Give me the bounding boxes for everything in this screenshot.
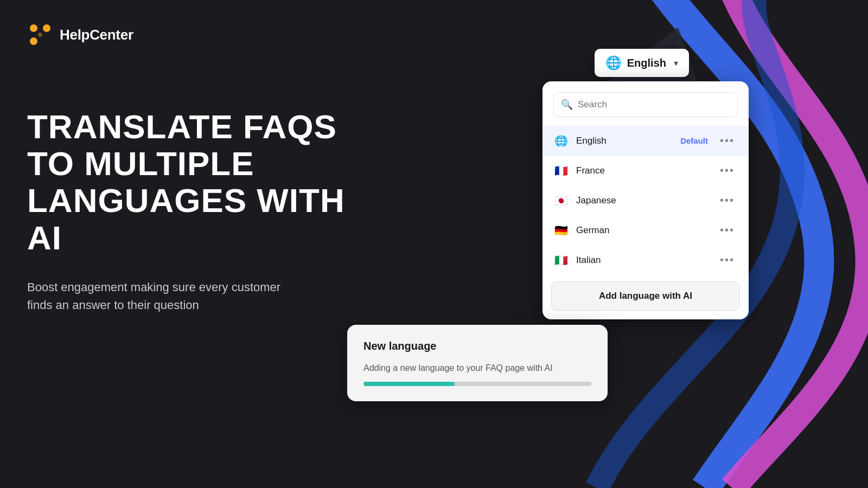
list-item[interactable]: 🇩🇪 German •••	[542, 215, 749, 245]
more-options-button[interactable]: •••	[717, 133, 738, 148]
more-options-button[interactable]: •••	[717, 163, 738, 178]
hero-content: Translate FAQs to multiple languages wit…	[27, 108, 363, 314]
flag-icon: 🇮🇹	[553, 255, 569, 266]
more-options-button[interactable]: •••	[717, 193, 738, 208]
hero-subtitle: Boost engagement making sure every custo…	[27, 278, 288, 314]
default-badge: Default	[680, 136, 708, 145]
svg-point-5	[43, 37, 50, 45]
logo-icon	[27, 22, 53, 48]
add-language-button[interactable]: Add language with AI	[551, 281, 740, 311]
flag-icon: 🌐	[553, 136, 569, 146]
flag-icon: 🇫🇷	[553, 165, 569, 176]
progress-bar-background	[363, 382, 591, 386]
svg-point-3	[43, 24, 50, 32]
language-name: German	[576, 225, 717, 236]
search-box: 🔍	[553, 92, 738, 117]
language-name: English	[576, 136, 680, 146]
language-dropdown-panel: 🔍 🌐 English Default ••• 🇫🇷 France ••• 🇯🇵…	[542, 81, 749, 319]
list-item[interactable]: 🇯🇵 Japanese •••	[542, 185, 749, 215]
hero-title: Translate FAQs to multiple languages wit…	[27, 108, 363, 256]
more-options-button[interactable]: •••	[717, 253, 738, 267]
new-language-title: New language	[363, 340, 591, 352]
globe-icon: 🌐	[605, 55, 622, 70]
language-list: 🌐 English Default ••• 🇫🇷 France ••• 🇯🇵 J…	[542, 126, 749, 275]
chevron-down-icon: ▾	[674, 58, 678, 68]
language-name: France	[576, 165, 717, 176]
logo-text: HelpCenter	[60, 27, 133, 43]
flag-icon: 🇩🇪	[553, 225, 569, 236]
new-language-card: New language Adding a new language to yo…	[347, 325, 608, 401]
logo-area: HelpCenter	[27, 22, 133, 48]
svg-point-2	[30, 24, 37, 32]
new-language-description: Adding a new language to your FAQ page w…	[363, 363, 591, 373]
language-button-label: English	[627, 57, 666, 69]
list-item[interactable]: 🇫🇷 France •••	[542, 156, 749, 185]
more-options-button[interactable]: •••	[717, 223, 738, 237]
progress-bar-fill	[363, 382, 455, 386]
language-selector-button[interactable]: 🌐 English ▾	[595, 49, 689, 77]
search-input[interactable]	[553, 92, 738, 117]
flag-icon: 🇯🇵	[553, 195, 569, 206]
svg-point-6	[38, 33, 42, 37]
svg-point-4	[30, 37, 37, 45]
search-icon: 🔍	[561, 99, 573, 111]
language-name: Italian	[576, 255, 717, 266]
list-item[interactable]: 🌐 English Default •••	[542, 126, 749, 156]
list-item[interactable]: 🇮🇹 Italian •••	[542, 245, 749, 275]
language-name: Japanese	[576, 195, 717, 206]
